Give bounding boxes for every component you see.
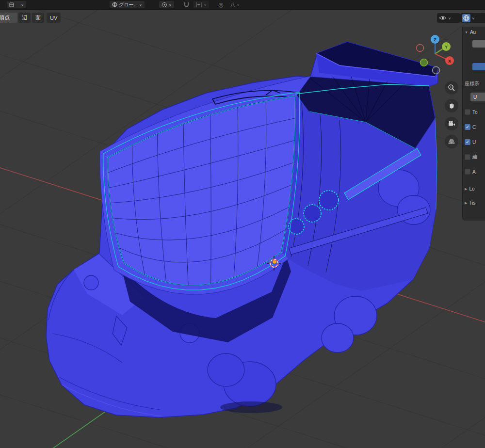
camera-icon	[448, 120, 455, 128]
gizmo-axis-y[interactable]	[442, 42, 451, 51]
magnifier-icon	[448, 84, 455, 92]
snap-toggle[interactable]	[183, 1, 190, 8]
editor-type-icon	[9, 2, 14, 7]
falloff-label: 八	[230, 2, 235, 7]
checkbox-row-to[interactable]: To	[465, 109, 478, 115]
select-mode-vertex[interactable]: 頂点	[0, 13, 17, 23]
snap-to-icon	[195, 2, 202, 7]
overlays-dropdown[interactable]: ∨	[437, 13, 460, 23]
sidebar-panel: ▼ Au 座標系 U To ✓ C ✓ U 編 A	[462, 27, 485, 221]
panel-title: Au	[470, 30, 476, 35]
pan-tool-button[interactable]	[445, 99, 458, 112]
snap-target-dropdown[interactable]: ∨	[193, 1, 209, 8]
object-origin	[273, 260, 276, 264]
proportional-icon: ◎	[218, 2, 223, 8]
value-field-blue[interactable]	[472, 63, 485, 70]
coord-system-label: 座標系	[465, 80, 479, 87]
checkbox-row-c[interactable]: ✓ C	[465, 124, 476, 130]
viewport-header: ∨ グロー... ∨ ∨ ∨ ◎ 八 ∨	[0, 0, 485, 10]
checkbox-on[interactable]: ✓	[465, 124, 470, 130]
hand-icon	[448, 102, 455, 110]
uv-menu-button[interactable]: UV	[47, 13, 61, 23]
camera-view-button[interactable]	[445, 117, 458, 130]
transform-orientation-dropdown[interactable]: グロー... ∨	[110, 1, 145, 8]
pivot-point-dropdown[interactable]: ∨	[159, 1, 174, 8]
panel-header-tis[interactable]: ▶ Tis	[465, 200, 475, 206]
checkbox-off[interactable]	[465, 109, 470, 115]
gizmo-axis-neg-y[interactable]	[420, 59, 428, 66]
pivot-point-icon	[162, 2, 167, 8]
gizmo-axis-x[interactable]	[445, 56, 454, 65]
gizmo-axis-z[interactable]	[431, 35, 439, 44]
editor-type-dropdown[interactable]: ∨	[7, 1, 26, 8]
zoom-tool-button[interactable]	[445, 81, 458, 95]
gizmo-axis-neg-z[interactable]	[433, 67, 440, 74]
panel-header-lo[interactable]: ▶ Lo	[465, 186, 475, 192]
navigation-gizmo[interactable]: Z Y X	[410, 30, 464, 79]
checkbox-row-a[interactable]: A	[465, 169, 476, 175]
select-mode-face[interactable]: 面	[32, 13, 44, 23]
pod-shadow	[220, 401, 282, 413]
checkbox-row-hen[interactable]: 編	[465, 154, 477, 160]
orientation-label: グロー...	[119, 2, 138, 7]
shading-mode-dropdown[interactable]: ∨	[460, 13, 485, 23]
checkbox-off[interactable]	[465, 169, 470, 175]
magnet-icon	[183, 1, 190, 8]
select-mode-edge[interactable]: 辺	[18, 13, 31, 23]
proportional-edit-toggle[interactable]: ◎	[218, 1, 223, 8]
eye-icon	[439, 15, 447, 21]
falloff-dropdown[interactable]: 八 ∨	[228, 1, 242, 8]
blender-window: ∨ グロー... ∨ ∨ ∨ ◎ 八 ∨ 頂点 辺 面	[0, 0, 485, 448]
train-model[interactable]	[46, 42, 438, 417]
checkbox-off[interactable]	[465, 154, 470, 160]
grid-icon	[448, 138, 455, 145]
panel-header-auto[interactable]: ▼ Au	[465, 30, 476, 35]
orientation-globe-icon	[112, 2, 117, 7]
uv-action-button[interactable]: U	[470, 93, 485, 101]
checkbox-on[interactable]: ✓	[465, 139, 470, 145]
ortho-toggle-button[interactable]	[445, 135, 458, 148]
wireframe-shading-icon	[462, 14, 470, 22]
checkbox-row-u[interactable]: ✓ U	[465, 139, 476, 145]
value-field-gray[interactable]	[472, 40, 485, 48]
gizmo-axis-neg-x[interactable]	[417, 45, 424, 52]
